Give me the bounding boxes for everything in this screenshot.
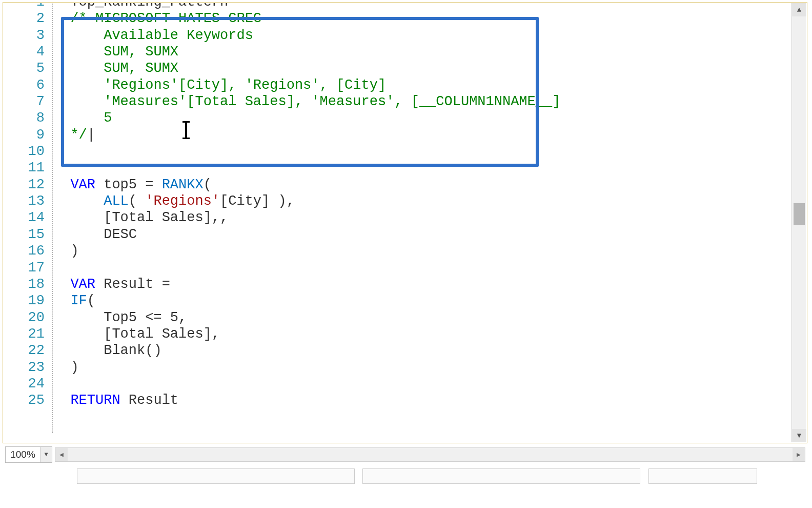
panel-3 (648, 468, 757, 484)
line-number: 23 (4, 359, 52, 376)
line-number: 22 (4, 342, 52, 359)
line-number: 5 (4, 60, 52, 76)
code-line[interactable]: ) (54, 359, 791, 376)
chevron-down-icon[interactable]: ▼ (40, 447, 52, 462)
line-number: 7 (4, 93, 52, 110)
line-number: 2 (4, 10, 52, 27)
code-line[interactable]: [Total Sales],, (54, 209, 791, 226)
panel-1 (77, 468, 355, 484)
code-line[interactable]: 'Regions'[City], 'Regions', [City] (54, 77, 791, 93)
line-number: 12 (4, 177, 52, 193)
line-number: 18 (4, 276, 52, 292)
code-line[interactable] (54, 143, 791, 160)
line-number: 21 (4, 326, 52, 342)
code-line[interactable]: ALL( 'Regions'[City] ), (54, 193, 791, 209)
line-number: 14 (4, 209, 52, 226)
line-number: 19 (4, 292, 52, 309)
code-line[interactable]: 5 (54, 110, 791, 126)
code-line[interactable]: /* MICROSOFT HATES GREG (54, 10, 791, 27)
code-line[interactable]: IF( (54, 292, 791, 309)
vertical-scroll-thumb[interactable] (794, 203, 805, 225)
line-number: 3 (4, 27, 52, 44)
code-area[interactable]: Top_Ranking_Pattern = /* MICROSOFT HATES… (54, 3, 791, 409)
scroll-right-arrow[interactable]: ▶ (793, 448, 805, 461)
code-line[interactable] (54, 260, 791, 276)
line-number: 17 (4, 260, 52, 276)
code-line[interactable]: 'Measures'[Total Sales], 'Measures', [__… (54, 93, 791, 110)
line-number: 13 (4, 193, 52, 209)
code-line[interactable] (54, 376, 791, 392)
code-line[interactable]: DESC (54, 226, 791, 243)
line-number: 6 (4, 77, 52, 93)
horizontal-scrollbar[interactable]: ◀ ▶ (55, 447, 805, 462)
line-number: 8 (4, 110, 52, 126)
code-line[interactable]: Top5 <= 5, (54, 309, 791, 326)
code-line[interactable]: SUM, SUMX (54, 44, 791, 60)
line-number: 15 (4, 226, 52, 243)
code-line[interactable]: VAR Result = (54, 276, 791, 292)
line-number: 4 (4, 44, 52, 60)
editor-frame: 1234567891011121314151617181920212223242… (3, 2, 807, 443)
line-number: 20 (4, 309, 52, 326)
line-number: 10 (4, 143, 52, 160)
code-line[interactable]: SUM, SUMX (54, 60, 791, 76)
zoom-combo[interactable]: 100% ▼ (5, 446, 52, 463)
code-line[interactable]: VAR top5 = RANKX( (54, 177, 791, 193)
line-number: 11 (4, 160, 52, 176)
lower-panels (77, 468, 759, 489)
code-line[interactable]: Blank() (54, 342, 791, 359)
line-number: 24 (4, 376, 52, 392)
code-line[interactable]: [Total Sales], (54, 326, 791, 342)
scroll-up-arrow[interactable]: ▲ (792, 3, 806, 16)
editor[interactable]: 1234567891011121314151617181920212223242… (4, 3, 791, 442)
code-line[interactable]: RETURN Result (54, 392, 791, 408)
status-bar: 100% ▼ ◀ ▶ (3, 446, 807, 463)
scroll-down-arrow[interactable]: ▼ (792, 429, 806, 442)
line-number: 1 (4, 3, 52, 10)
panel-2 (362, 468, 640, 484)
code-line[interactable]: Top_Ranking_Pattern = (54, 3, 791, 10)
code-line[interactable]: ) (54, 243, 791, 259)
zoom-value: 100% (6, 449, 40, 460)
line-number: 25 (4, 392, 52, 408)
line-number: 9 (4, 127, 52, 143)
line-number: 16 (4, 243, 52, 259)
code-line[interactable]: */| (54, 127, 791, 143)
code-line[interactable]: Available Keywords (54, 27, 791, 44)
text-cursor (185, 122, 187, 139)
scroll-left-arrow[interactable]: ◀ (55, 448, 68, 461)
vertical-scrollbar[interactable]: ▲ ▼ (791, 3, 806, 442)
horizontal-scroll-track[interactable] (68, 448, 792, 461)
code-line[interactable] (54, 160, 791, 176)
line-number-gutter: 1234567891011121314151617181920212223242… (4, 3, 53, 433)
